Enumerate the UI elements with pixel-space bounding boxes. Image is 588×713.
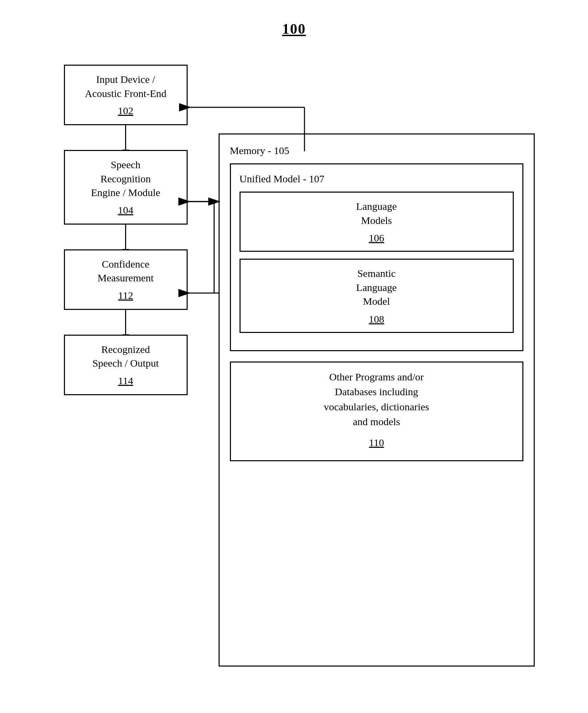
input-device-label: Input Device /Acoustic Front-End bbox=[85, 73, 166, 100]
other-programs-id: 110 bbox=[369, 435, 384, 450]
language-models-id: 106 bbox=[369, 232, 384, 244]
memory-label: Memory - 105 bbox=[230, 145, 523, 156]
other-programs-label: Other Programs and/orDatabases including… bbox=[324, 369, 429, 429]
input-device-box: Input Device /Acoustic Front-End 102 bbox=[64, 65, 188, 125]
arrow-102-to-104 bbox=[125, 125, 126, 150]
confidence-measurement-box: ConfidenceMeasurement 112 bbox=[64, 249, 188, 310]
confidence-label: ConfidenceMeasurement bbox=[98, 257, 154, 285]
main-layout: Input Device /Acoustic Front-End 102 Spe… bbox=[54, 65, 535, 667]
recognized-speech-id: 114 bbox=[118, 374, 133, 387]
input-device-id: 102 bbox=[118, 104, 133, 117]
recognized-speech-label: RecognizedSpeech / Output bbox=[92, 343, 159, 370]
diagram-container: 100 Input Device /Acoustic Front-End 102… bbox=[54, 21, 535, 691]
left-column: Input Device /Acoustic Front-End 102 Spe… bbox=[54, 65, 198, 395]
semantic-language-id: 108 bbox=[369, 313, 384, 325]
arrow-112-to-114 bbox=[125, 310, 126, 335]
unified-model-label: Unified Model - 107 bbox=[240, 173, 514, 185]
confidence-id: 112 bbox=[118, 289, 133, 302]
unified-model-box: Unified Model - 107 LanguageModels 106 S… bbox=[230, 163, 523, 351]
semantic-language-box: SemanticLanguageModel 108 bbox=[240, 259, 514, 333]
language-models-label: LanguageModels bbox=[356, 199, 397, 227]
speech-recognition-label: SpeechRecognitionEngine / Module bbox=[91, 158, 160, 200]
language-models-box: LanguageModels 106 bbox=[240, 192, 514, 252]
speech-recognition-box: SpeechRecognitionEngine / Module 104 bbox=[64, 150, 188, 225]
speech-recognition-id: 104 bbox=[118, 203, 133, 217]
recognized-speech-box: RecognizedSpeech / Output 114 bbox=[64, 335, 188, 395]
semantic-language-label: SemanticLanguageModel bbox=[356, 267, 397, 309]
arrow-104-to-112 bbox=[125, 225, 126, 249]
memory-box: Memory - 105 Unified Model - 107 Languag… bbox=[219, 133, 535, 667]
other-programs-box: Other Programs and/orDatabases including… bbox=[230, 361, 523, 461]
diagram-title: 100 bbox=[54, 21, 535, 37]
right-column: Memory - 105 Unified Model - 107 Languag… bbox=[219, 133, 535, 667]
